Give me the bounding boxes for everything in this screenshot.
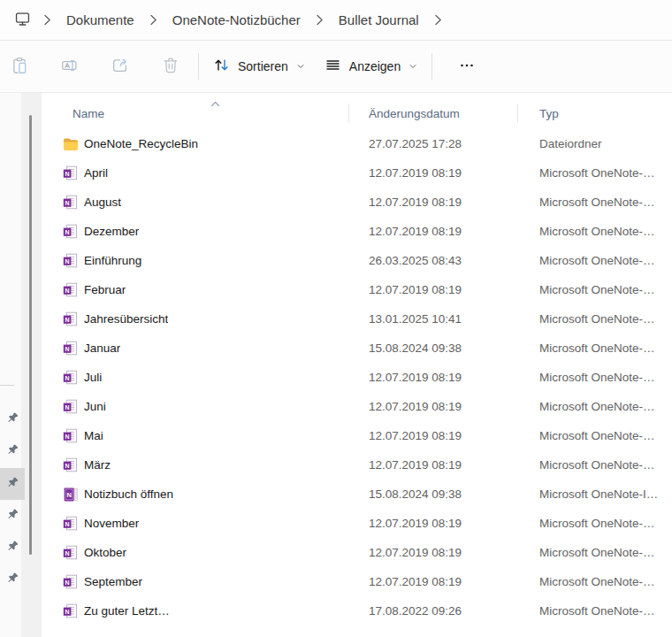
modified-date: 12.07.2019 08:19 [360,458,529,472]
table-row[interactable]: NJuli12.07.2019 08:19Microsoft OneNote-… [42,363,672,392]
table-row[interactable]: NMärz12.07.2019 08:19Microsoft OneNote-… [42,450,672,480]
sort-arrows-icon [213,57,230,76]
paste-button[interactable] [2,49,37,84]
pinned-item[interactable] [0,468,25,500]
table-row[interactable]: NJanuar15.08.2024 09:38Microsoft OneNote… [42,334,672,363]
file-name: September [84,575,142,588]
table-row[interactable]: NAugust12.07.2019 08:19Microsoft OneNote… [42,188,672,217]
modified-date: 12.07.2019 08:19 [360,400,529,413]
onenote-section-icon: N [63,428,79,444]
svg-text:N: N [65,316,70,322]
onenote-section-icon: N [63,165,79,181]
breadcrumb-root-button[interactable] [9,7,35,34]
file-type: Microsoft OneNote-… [529,604,672,618]
file-list: Name Änderungsdatum Typ OneNote_RecycleB… [42,93,672,637]
file-name-cell: NJuli [53,370,360,386]
onenote-section-icon: N [63,282,79,298]
file-name-cell: NNotizbuch öffnen [53,487,360,503]
column-divider[interactable] [517,104,518,123]
onenote-section-icon: N [63,516,79,532]
delete-button[interactable] [153,49,188,84]
svg-text:N: N [65,199,70,205]
file-name: November [84,517,139,530]
breadcrumb-item[interactable]: Bullet Journal [332,9,426,31]
table-row[interactable]: NSeptember12.07.2019 08:19Microsoft OneN… [42,567,672,596]
file-type: Microsoft OneNote-… [529,371,672,384]
table-row[interactable]: NNotizbuch öffnen15.08.2024 09:38Microso… [42,480,672,509]
chevron-right-icon[interactable] [426,14,450,26]
pinned-item[interactable] [0,435,25,467]
column-header-type[interactable]: Typ [529,97,672,129]
column-divider[interactable] [348,104,349,123]
file-name: Jahresübersicht [84,312,168,326]
file-name-cell: NEinführung [53,253,360,269]
file-name-cell: NJanuar [53,341,360,357]
file-name-cell: NJuni [53,399,360,415]
pushpin-icon [7,477,19,491]
chevron-right-icon[interactable] [308,14,332,26]
toolbar-divider [431,53,432,80]
table-row[interactable]: NNovember12.07.2019 08:19Microsoft OneNo… [42,509,672,538]
chevron-down-icon [409,59,417,73]
modified-date: 12.07.2019 08:19 [360,575,529,588]
file-name-cell: NFebruar [53,282,360,298]
table-row[interactable]: OneNote_RecycleBin27.07.2025 17:28Dateio… [42,129,672,158]
chevron-right-icon[interactable] [35,14,59,26]
file-name: Januar [84,342,120,355]
svg-text:N: N [65,228,70,234]
modified-date: 13.01.2025 10:41 [360,312,529,326]
modified-date: 27.07.2025 17:28 [360,137,529,150]
table-row[interactable]: NJahresübersicht13.01.2025 10:41Microsof… [42,304,672,334]
column-header-name[interactable]: Name [53,97,360,129]
onenote-section-icon: N [63,341,79,357]
file-name-cell: NMai [53,428,360,444]
breadcrumb-item[interactable]: OneNote-Notizbücher [165,9,308,31]
table-row[interactable]: NOktober12.07.2019 08:19Microsoft OneNot… [42,538,672,567]
table-row[interactable]: NMai12.07.2019 08:19Microsoft OneNote-… [42,421,672,450]
share-button[interactable] [103,49,138,84]
view-button[interactable]: Anzeigen [315,49,427,84]
pushpin-icon [7,572,19,587]
file-type: Microsoft OneNote-… [529,196,672,209]
table-row[interactable]: NZu guter Letzt…17.08.2022 09:26Microsof… [42,596,672,625]
modified-date: 26.03.2025 08:43 [360,254,529,267]
file-name-cell: NMärz [53,457,360,473]
column-header-modified-label: Änderungsdatum [369,107,460,120]
sort-button-label: Sortieren [238,59,288,73]
table-row[interactable]: NDezember12.07.2019 08:19Microsoft OneNo… [42,217,672,246]
pinned-item[interactable] [0,564,25,595]
rename-button[interactable] [52,49,88,84]
svg-text:N: N [65,462,70,468]
onenote-section-icon: N [63,370,79,386]
onenote-section-icon: N [63,195,79,211]
sort-button[interactable]: Sortieren [203,49,315,84]
breadcrumb-item[interactable]: Dokumente [59,9,141,31]
modified-date: 12.07.2019 08:19 [360,429,529,442]
more-options-button[interactable] [449,49,485,84]
file-name-cell: OneNote_RecycleBin [53,136,360,152]
file-type: Microsoft OneNote-… [529,400,672,413]
table-row[interactable]: NFebruar12.07.2019 08:19Microsoft OneNot… [42,275,672,304]
pinned-item[interactable] [0,532,25,564]
ellipsis-icon [459,58,475,76]
modified-date: 12.07.2019 08:19 [360,166,529,180]
svg-text:N: N [65,549,70,556]
table-row[interactable]: NEinführung26.03.2025 08:43Microsoft One… [42,246,672,275]
pinned-item[interactable] [0,500,25,532]
breadcrumb: DokumenteOneNote-NotizbücherBullet Journ… [9,7,450,34]
table-row[interactable]: NJuni12.07.2019 08:19Microsoft OneNote-… [42,392,672,421]
file-name-cell: NZu guter Letzt… [53,603,360,619]
column-header-modified[interactable]: Änderungsdatum [360,97,529,129]
pinned-item[interactable] [0,403,25,435]
navigation-pane [0,93,42,637]
trash-icon [161,56,180,78]
onenote-section-icon: N [63,457,79,473]
svg-text:N: N [65,520,70,526]
file-name: Juli [84,371,102,384]
caret-up-icon [210,96,220,110]
onenote-section-icon: N [63,311,79,327]
chevron-right-icon[interactable] [141,14,165,26]
nav-scrollbar-thumb[interactable] [29,115,32,555]
table-row[interactable]: NApril12.07.2019 08:19Microsoft OneNote-… [42,158,672,188]
file-name: März [84,458,111,472]
